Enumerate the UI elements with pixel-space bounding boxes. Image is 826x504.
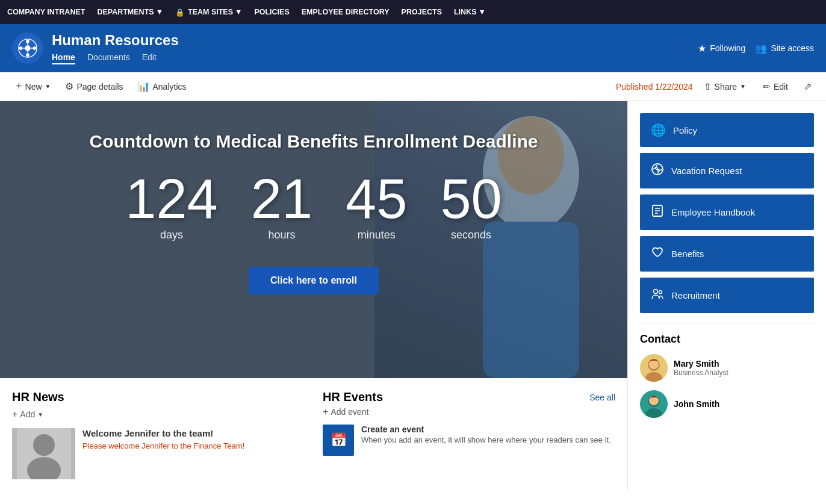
vacation-request-button[interactable]: Vacation Request <box>640 153 814 188</box>
contact-title: Contact <box>640 333 814 346</box>
published-text: Published 1/22/2024 <box>616 82 693 92</box>
countdown-days: 124 days <box>125 171 218 241</box>
svg-point-5 <box>33 46 37 50</box>
hero-content: Countdown to Medical Benefits Enrollment… <box>0 101 627 294</box>
contact-john-info: John Smith <box>674 399 719 409</box>
contact-mary: Mary Smith Business Analyst <box>640 354 814 382</box>
hero-section: Countdown to Medical Benefits Enrollment… <box>0 101 627 378</box>
news-image <box>12 428 75 479</box>
handbook-icon <box>651 204 664 220</box>
contact-john-name: John Smith <box>674 399 719 409</box>
contact-mary-name: Mary Smith <box>674 359 728 369</box>
new-chevron-icon: ▼ <box>45 83 51 90</box>
following-button[interactable]: ★ Following <box>698 43 745 54</box>
topnav-departments[interactable]: DEPARTMENTS ▼ <box>97 8 163 16</box>
nav-home[interactable]: Home <box>52 52 75 64</box>
share-button[interactable]: ⇧ Share ▼ <box>698 78 752 95</box>
gear-icon: ⚙ <box>65 81 73 92</box>
page-details-button[interactable]: ⚙ Page details <box>59 77 129 96</box>
policy-button[interactable]: 🌐 Policy <box>640 113 814 147</box>
site-title: Human Resources <box>52 32 698 49</box>
share-icon: ⇧ <box>704 81 712 92</box>
enroll-button[interactable]: Click here to enroll <box>249 267 379 294</box>
days-value: 124 <box>125 171 218 226</box>
content-area: Countdown to Medical Benefits Enrollment… <box>0 101 627 491</box>
event-item: 📅 Create an event When you add an event,… <box>323 425 615 456</box>
analytics-button[interactable]: 📊 Analytics <box>132 77 193 96</box>
sidebar-divider <box>640 323 814 323</box>
toolbar: + New ▼ ⚙ Page details 📊 Analytics Publi… <box>0 72 826 101</box>
benefits-button[interactable]: Benefits <box>640 236 814 272</box>
hours-value: 21 <box>251 171 312 226</box>
svg-point-2 <box>26 40 30 43</box>
news-text: Welcome Jennifer to the team! Please wel… <box>82 428 305 479</box>
see-all-link[interactable]: See all <box>589 393 615 402</box>
minutes-label: minutes <box>346 229 407 241</box>
top-nav: COMPANY INTRANET DEPARTMENTS ▼ 🔒TEAM SIT… <box>0 0 826 24</box>
contact-john: John Smith <box>640 390 814 418</box>
contact-mary-info: Mary Smith Business Analyst <box>674 359 728 377</box>
bottom-section: HR News + Add ▼ <box>0 378 627 491</box>
nav-documents[interactable]: Documents <box>87 52 130 64</box>
countdown-minutes: 45 minutes <box>346 171 407 241</box>
news-add-button[interactable]: + Add ▼ <box>12 409 305 420</box>
topnav-teamsites[interactable]: 🔒TEAM SITES▼ <box>175 8 242 17</box>
news-plus-icon: + <box>12 409 17 420</box>
contact-mary-role: Business Analyst <box>674 369 728 377</box>
site-access-button[interactable]: 👥 Site access <box>755 43 814 54</box>
avatar-mary <box>640 354 668 382</box>
avatar-john <box>640 390 668 418</box>
toolbar-right: Published 1/22/2024 ⇧ Share ▼ ✏ Edit ⇗ <box>616 78 816 95</box>
main-layout: Countdown to Medical Benefits Enrollment… <box>0 101 826 491</box>
news-add-chevron-icon: ▼ <box>37 411 43 418</box>
vacation-icon <box>651 163 664 179</box>
toolbar-left: + New ▼ ⚙ Page details 📊 Analytics <box>10 76 613 96</box>
events-title: HR Events <box>323 390 383 404</box>
topnav-company[interactable]: COMPANY INTRANET <box>7 8 85 16</box>
expand-button[interactable]: ⇗ <box>799 78 816 95</box>
add-event-button[interactable]: + Add event <box>323 406 615 417</box>
svg-point-21 <box>654 290 658 294</box>
countdown: 124 days 21 hours 45 minutes 50 seconds <box>0 171 627 241</box>
plus-icon: + <box>16 80 22 93</box>
seconds-value: 50 <box>440 171 502 226</box>
days-label: days <box>125 229 218 241</box>
policy-icon: 🌐 <box>651 123 666 137</box>
header-actions: ★ Following 👥 Site access <box>698 43 814 54</box>
recruitment-button[interactable]: Recruitment <box>640 278 814 313</box>
topnav-policies[interactable]: POLICIES <box>254 8 289 16</box>
events-section: HR Events See all + Add event 📅 Create a… <box>323 390 615 479</box>
add-event-plus-icon: + <box>323 406 328 417</box>
benefits-icon <box>651 246 664 262</box>
news-section: HR News + Add ▼ <box>12 390 305 479</box>
topnav-employee-dir[interactable]: EMPLOYEE DIRECTORY <box>302 8 390 16</box>
nav-edit[interactable]: Edit <box>142 52 157 64</box>
minutes-value: 45 <box>346 171 407 226</box>
news-headline: Welcome Jennifer to the team! <box>82 428 305 438</box>
topnav-links[interactable]: LINKS▼ <box>454 8 486 16</box>
countdown-hours: 21 hours <box>251 171 312 241</box>
hours-label: hours <box>251 229 312 241</box>
svg-point-3 <box>26 54 30 57</box>
sidebar: 🌐 Policy Vacation Request <box>627 101 826 491</box>
new-button[interactable]: + New ▼ <box>10 76 57 96</box>
expand-icon: ⇗ <box>804 81 812 92</box>
pencil-icon: ✏ <box>763 81 771 92</box>
svg-point-22 <box>659 291 662 294</box>
svg-point-14 <box>33 434 55 456</box>
svg-point-4 <box>19 46 23 50</box>
topnav-projects[interactable]: PROJECTS <box>402 8 442 16</box>
employee-handbook-button[interactable]: Employee Handbook <box>640 194 814 230</box>
event-icon: 📅 <box>323 425 354 456</box>
chart-icon: 📊 <box>138 81 150 92</box>
news-item: Welcome Jennifer to the team! Please wel… <box>12 428 305 479</box>
news-title: HR News <box>12 390 305 404</box>
edit-button[interactable]: ✏ Edit <box>757 78 794 95</box>
event-title: Create an event <box>361 425 615 434</box>
event-description: When you add an event, it will show here… <box>361 435 615 444</box>
svg-point-1 <box>25 45 30 51</box>
share-chevron-icon: ▼ <box>740 83 746 90</box>
event-text: Create an event When you add an event, i… <box>361 425 615 444</box>
hero-title: Countdown to Medical Benefits Enrollment… <box>0 131 627 152</box>
countdown-seconds: 50 seconds <box>440 171 502 241</box>
